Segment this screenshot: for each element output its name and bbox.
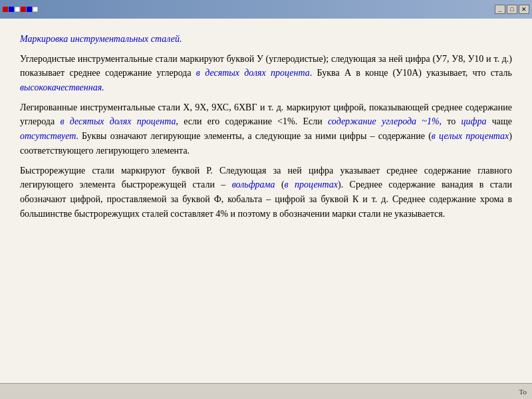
maximize-button[interactable]: □ [507,5,517,14]
window-controls: _ □ ✕ [495,5,529,14]
p1-italic-1: в десятых долях процента [196,68,310,78]
p2-italic-5: в целых процентах [432,131,509,141]
p2-text-mid3: чаще [487,116,513,126]
slide-indicator: To [519,388,527,396]
p3-text-mid: ( [275,180,285,190]
p2-italic-4: отсутствует [20,131,76,141]
section-heading: Маркировка инструментальных сталей. [20,34,182,44]
application-window: _ □ ✕ Маркировка инструментальных сталей… [0,0,532,399]
paragraph-2: Легированные инструментальные стали Х, 9… [20,100,512,158]
heading-paragraph: Маркировка инструментальных сталей. [20,32,512,47]
p2-italic-1: в десятых долях процента [60,116,176,126]
paragraph-1: Углеродистые инструментальные стали марк… [20,52,512,95]
p2-text-mid: , если его содержание <1%. Если [176,116,327,126]
p2-italic-3: цифра [462,116,487,126]
p3-italic-2: в процентах [285,180,338,190]
title-bar-left [3,7,38,12]
p1-italic-2: высококачественная. [20,82,104,92]
red-square [3,7,8,12]
p2-italic-2: содержание углерода ~1%, [328,116,442,126]
blue-square-2 [27,7,32,12]
red-square-2 [21,7,26,12]
white-square-2 [33,7,38,12]
p2-text-rest: . Буквы означают легирующие элементы, а … [76,131,432,141]
main-text: Маркировка инструментальных сталей. Угле… [20,32,512,221]
p1-text-mid: . Буква А в конце (У10А) указывает, что … [310,68,512,78]
bottom-bar: To [0,383,532,399]
close-button[interactable]: ✕ [519,5,529,14]
p2-text-mid2: то [442,116,461,126]
blue-square [9,7,14,12]
minimize-button[interactable]: _ [495,5,505,14]
paragraph-3: Быстрорежущие стали маркируют буквой Р. … [20,164,512,221]
content-area: Маркировка инструментальных сталей. Угле… [0,19,532,383]
corner-decoration [3,7,38,12]
title-bar: _ □ ✕ [0,0,532,19]
white-square [15,7,20,12]
p3-italic-1: вольфрама [232,180,275,190]
